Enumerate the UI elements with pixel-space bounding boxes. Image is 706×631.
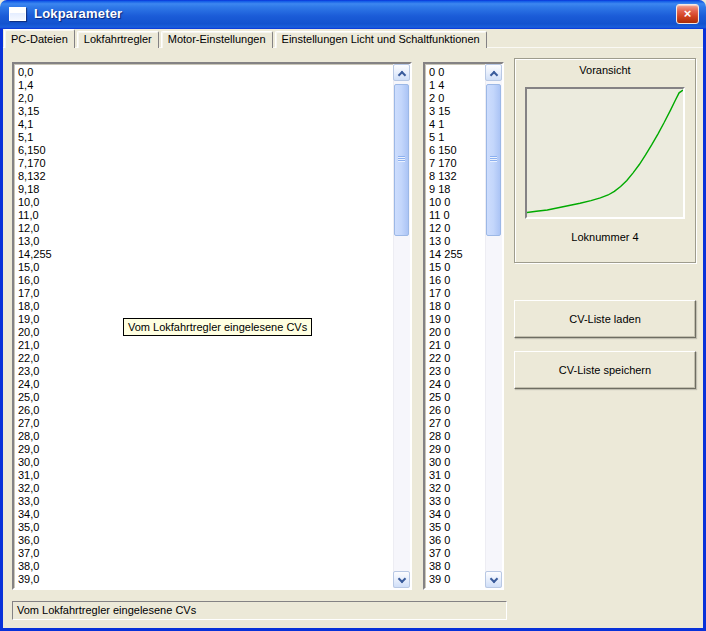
- list-item[interactable]: 4,1: [18, 118, 393, 131]
- scroll-up-button[interactable]: [485, 64, 502, 81]
- list-item[interactable]: 7,170: [18, 157, 393, 170]
- list-item[interactable]: 34 0: [429, 508, 485, 521]
- list-item[interactable]: 9,18: [18, 183, 393, 196]
- list-item[interactable]: 13,0: [18, 235, 393, 248]
- list-item[interactable]: 28,0: [18, 430, 393, 443]
- window-border-left: [0, 28, 3, 631]
- list-item[interactable]: 35 0: [429, 521, 485, 534]
- list-item[interactable]: 15 0: [429, 261, 485, 274]
- list-item[interactable]: 16 0: [429, 274, 485, 287]
- list-item[interactable]: 24 0: [429, 378, 485, 391]
- reader-cv-listbox[interactable]: 0 01 42 03 154 15 16 1507 1708 1329 1810…: [423, 62, 504, 590]
- chevron-up-icon: [490, 71, 498, 79]
- list-item[interactable]: 19 0: [429, 313, 485, 326]
- list-item[interactable]: 11 0: [429, 209, 485, 222]
- tab-pc-dateien[interactable]: PC-Dateien: [4, 29, 75, 48]
- thumb-grip-icon: [398, 156, 405, 162]
- list-item[interactable]: 25,0: [18, 391, 393, 404]
- list-item[interactable]: 24,0: [18, 378, 393, 391]
- list-item[interactable]: 17 0: [429, 287, 485, 300]
- list-item[interactable]: 9 18: [429, 183, 485, 196]
- list-item[interactable]: 8 132: [429, 170, 485, 183]
- scroll-down-button[interactable]: [485, 571, 502, 588]
- list-item[interactable]: 38 0: [429, 560, 485, 573]
- close-button[interactable]: ×: [676, 4, 699, 24]
- window-titlebar[interactable]: Lokparameter ×: [0, 0, 706, 29]
- list-item[interactable]: 34,0: [18, 508, 393, 521]
- file-list-scrollbar[interactable]: [393, 64, 410, 588]
- list-item[interactable]: 21,0: [18, 339, 393, 352]
- list-item[interactable]: 39 0: [429, 573, 485, 586]
- list-item[interactable]: 3,15: [18, 105, 393, 118]
- list-item[interactable]: 29,0: [18, 443, 393, 456]
- list-item[interactable]: 3 15: [429, 105, 485, 118]
- list-item[interactable]: 14,255: [18, 248, 393, 261]
- list-item[interactable]: 27 0: [429, 417, 485, 430]
- list-item[interactable]: 30 0: [429, 456, 485, 469]
- list-item[interactable]: 16,0: [18, 274, 393, 287]
- list-item[interactable]: 12,0: [18, 222, 393, 235]
- list-item[interactable]: 1,4: [18, 79, 393, 92]
- scroll-thumb[interactable]: [486, 84, 501, 236]
- list-item[interactable]: 32,0: [18, 482, 393, 495]
- list-item[interactable]: 29 0: [429, 443, 485, 456]
- list-item[interactable]: 1 4: [429, 79, 485, 92]
- list-item[interactable]: 2,0: [18, 92, 393, 105]
- list-item[interactable]: 31,0: [18, 469, 393, 482]
- list-item[interactable]: 35,0: [18, 521, 393, 534]
- list-item[interactable]: 18,0: [18, 300, 393, 313]
- list-item[interactable]: 0 0: [429, 66, 485, 79]
- list-item[interactable]: 31 0: [429, 469, 485, 482]
- list-item[interactable]: 36,0: [18, 534, 393, 547]
- list-item[interactable]: 33,0: [18, 495, 393, 508]
- list-item[interactable]: 26,0: [18, 404, 393, 417]
- list-item[interactable]: 28 0: [429, 430, 485, 443]
- list-item[interactable]: 36 0: [429, 534, 485, 547]
- list-item[interactable]: 2 0: [429, 92, 485, 105]
- list-item[interactable]: 13 0: [429, 235, 485, 248]
- scroll-thumb[interactable]: [394, 84, 409, 236]
- load-cv-list-button[interactable]: CV-Liste laden: [514, 300, 696, 338]
- list-item[interactable]: 5 1: [429, 131, 485, 144]
- list-item[interactable]: 40 0: [429, 586, 485, 588]
- list-item[interactable]: 40,0: [18, 586, 393, 588]
- list-item[interactable]: 8,132: [18, 170, 393, 183]
- list-item[interactable]: 15,0: [18, 261, 393, 274]
- list-item[interactable]: 10 0: [429, 196, 485, 209]
- list-item[interactable]: 10,0: [18, 196, 393, 209]
- list-item[interactable]: 33 0: [429, 495, 485, 508]
- list-item[interactable]: 0,0: [18, 66, 393, 79]
- list-item[interactable]: 21 0: [429, 339, 485, 352]
- list-item[interactable]: 23 0: [429, 365, 485, 378]
- list-item[interactable]: 38,0: [18, 560, 393, 573]
- list-item[interactable]: 6 150: [429, 144, 485, 157]
- scroll-down-button[interactable]: [393, 571, 410, 588]
- list-item[interactable]: 32 0: [429, 482, 485, 495]
- scroll-up-button[interactable]: [393, 64, 410, 81]
- tab-lokfahrtregler[interactable]: Lokfahrtregler: [77, 31, 159, 48]
- list-item[interactable]: 14 255: [429, 248, 485, 261]
- list-item[interactable]: 6,150: [18, 144, 393, 157]
- list-item[interactable]: 39,0: [18, 573, 393, 586]
- list-item[interactable]: 4 1: [429, 118, 485, 131]
- tab-motor-einstellungen[interactable]: Motor-Einstellungen: [161, 31, 273, 48]
- list-item[interactable]: 20 0: [429, 326, 485, 339]
- list-item[interactable]: 23,0: [18, 365, 393, 378]
- list-item[interactable]: 7 170: [429, 157, 485, 170]
- list-item[interactable]: 22,0: [18, 352, 393, 365]
- tab-licht-schaltfunktionen[interactable]: Einstellungen Licht und Schaltfunktionen: [275, 31, 487, 48]
- reader-list-scrollbar[interactable]: [485, 64, 502, 588]
- list-item[interactable]: 37 0: [429, 547, 485, 560]
- list-item[interactable]: 30,0: [18, 456, 393, 469]
- list-item[interactable]: 37,0: [18, 547, 393, 560]
- list-item[interactable]: 26 0: [429, 404, 485, 417]
- list-item[interactable]: 18 0: [429, 300, 485, 313]
- list-item[interactable]: 11,0: [18, 209, 393, 222]
- list-item[interactable]: 22 0: [429, 352, 485, 365]
- list-item[interactable]: 5,1: [18, 131, 393, 144]
- list-item[interactable]: 12 0: [429, 222, 485, 235]
- list-item[interactable]: 17,0: [18, 287, 393, 300]
- list-item[interactable]: 27,0: [18, 417, 393, 430]
- list-item[interactable]: 25 0: [429, 391, 485, 404]
- save-cv-list-button[interactable]: CV-Liste speichern: [514, 351, 696, 389]
